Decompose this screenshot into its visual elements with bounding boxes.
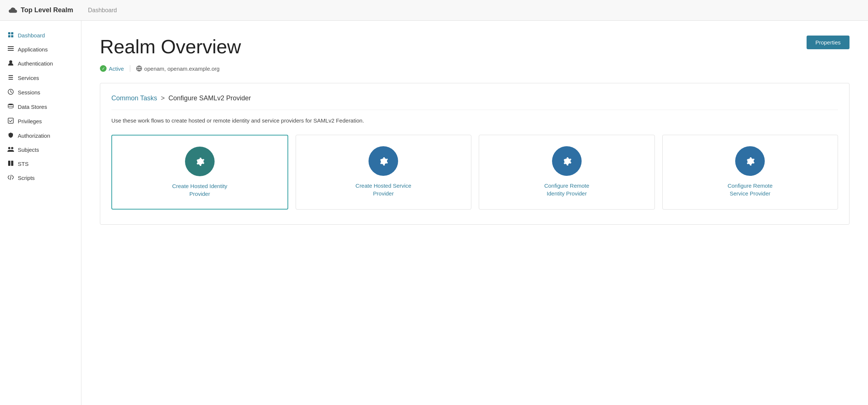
sidebar-label-privileges: Privileges [18,118,42,124]
main-content: Realm Overview Properties ✓ Active opena… [81,21,868,405]
status-badge: ✓ Active [100,65,124,72]
card-label-hosted-idp: Create Hosted IdentityProvider [172,182,227,198]
sidebar-item-data-stores[interactable]: Data Stores [0,100,81,114]
svg-rect-14 [11,161,13,166]
svg-rect-6 [8,50,14,51]
applications-icon [7,46,14,53]
globe-icon [136,66,142,71]
svg-rect-1 [11,32,13,34]
gear-icon-hosted-idp [193,154,207,168]
card-icon-remote-sp [735,146,765,176]
svg-rect-3 [11,35,13,37]
privileges-icon [7,118,14,125]
scripts-icon [7,175,14,181]
sidebar-item-sts[interactable]: STS [0,157,81,171]
authentication-icon [7,60,14,67]
svg-rect-5 [8,48,14,49]
breadcrumb-nav: Common Tasks > Configure SAMLv2 Provider [111,94,838,110]
sidebar-label-authorization: Authorization [18,133,50,139]
sidebar-item-subjects[interactable]: Subjects [0,143,81,157]
header-breadcrumb: Dashboard [88,7,117,14]
svg-rect-13 [8,161,10,166]
sidebar-item-dashboard[interactable]: Dashboard [0,28,81,43]
sessions-icon [7,89,14,96]
gear-icon-remote-idp [560,154,574,168]
authorization-icon [7,132,14,139]
brand-label: Top Level Realm [21,6,73,14]
sidebar-item-applications[interactable]: Applications [0,43,81,56]
sidebar-label-data-stores: Data Stores [18,104,47,110]
sidebar-label-sessions: Sessions [18,89,40,96]
sidebar-item-privileges[interactable]: Privileges [0,114,81,128]
svg-point-12 [11,147,13,149]
svg-rect-2 [8,35,10,37]
meta-divider [130,65,130,72]
dashboard-icon [7,32,14,39]
card-panel: Common Tasks > Configure SAMLv2 Provider… [100,83,850,225]
gear-icon-hosted-sp [376,154,390,168]
card-remote-sp[interactable]: Configure RemoteService Provider [662,135,838,210]
status-dot: ✓ [100,65,107,72]
top-header: Top Level Realm Dashboard [0,0,868,21]
sidebar-label-scripts: Scripts [18,175,35,181]
breadcrumb-common-tasks[interactable]: Common Tasks [111,94,157,102]
svg-point-9 [8,104,13,105]
card-label-remote-idp: Configure RemoteIdentity Provider [544,182,589,197]
breadcrumb-current: Configure SAMLv2 Provider [168,94,251,102]
svg-rect-0 [8,32,10,34]
card-hosted-sp[interactable]: Create Hosted ServiceProvider [296,135,472,210]
sts-icon [7,160,14,167]
description: Use these work flows to create hosted or… [111,117,838,124]
breadcrumb-separator: > [161,94,165,102]
card-label-hosted-sp: Create Hosted ServiceProvider [356,182,411,197]
sidebar-label-subjects: Subjects [18,147,39,153]
page-title: Realm Overview [100,36,241,58]
realm-meta: ✓ Active openam, openam.example.org [100,65,850,72]
card-icon-hosted-sp [369,146,398,176]
cloud-icon [7,6,18,14]
sidebar-label-sts: STS [18,161,28,167]
services-icon [7,74,14,81]
svg-point-11 [8,147,10,149]
properties-button[interactable]: Properties [807,36,850,49]
sidebar-label-applications: Applications [18,46,48,53]
sidebar-item-services[interactable]: Services [0,71,81,85]
realm-info: openam, openam.example.org [136,66,219,72]
sidebar-item-scripts[interactable]: Scripts [0,171,81,185]
sidebar-label-authentication: Authentication [18,60,53,67]
svg-rect-4 [8,46,14,47]
sidebar: Dashboard Applications Authentication Se… [0,21,81,405]
card-icon-hosted-idp [185,147,215,176]
sidebar-item-sessions[interactable]: Sessions [0,85,81,100]
status-label: Active [109,66,124,72]
card-label-remote-sp: Configure RemoteService Provider [727,182,773,197]
provider-cards: Create Hosted IdentityProvider Create Ho… [111,135,838,210]
card-remote-idp[interactable]: Configure RemoteIdentity Provider [479,135,655,210]
data-stores-icon [7,103,14,110]
card-hosted-idp[interactable]: Create Hosted IdentityProvider [111,135,288,210]
gear-icon-remote-sp [743,154,757,168]
subjects-icon [7,147,14,153]
realm-info-text: openam, openam.example.org [144,66,219,72]
brand[interactable]: Top Level Realm [7,6,73,14]
sidebar-label-dashboard: Dashboard [18,32,45,39]
sidebar-item-authentication[interactable]: Authentication [0,56,81,71]
sidebar-item-authorization[interactable]: Authorization [0,128,81,143]
card-icon-remote-idp [552,146,582,176]
sidebar-label-services: Services [18,75,39,81]
svg-point-7 [9,60,12,63]
svg-rect-10 [8,118,13,123]
